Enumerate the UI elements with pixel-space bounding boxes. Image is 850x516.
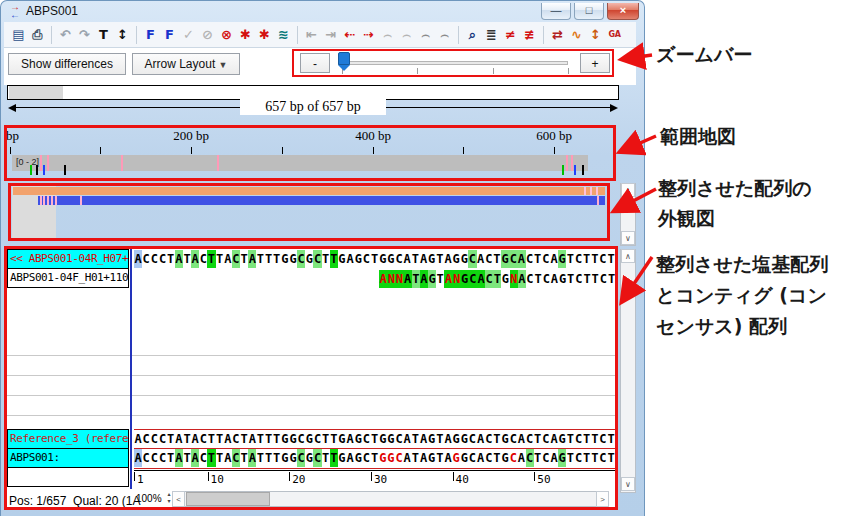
- base[interactable]: G: [428, 270, 436, 288]
- base[interactable]: C: [468, 250, 476, 268]
- base[interactable]: G: [354, 250, 362, 268]
- base[interactable]: A: [444, 430, 452, 448]
- base[interactable]: A: [403, 250, 411, 268]
- base[interactable]: G: [354, 430, 362, 448]
- hscrollbar-thumb[interactable]: [186, 492, 270, 506]
- base[interactable]: T: [567, 270, 575, 288]
- base[interactable]: C: [150, 449, 158, 467]
- arc-up-left-icon[interactable]: ⌢: [378, 27, 397, 43]
- base[interactable]: A: [403, 430, 411, 448]
- base[interactable]: T: [330, 449, 338, 467]
- chromatogram-icon[interactable]: ∿: [567, 27, 586, 42]
- base[interactable]: C: [574, 430, 582, 448]
- scroll-right-icon[interactable]: >: [596, 491, 609, 507]
- next-diff-icon[interactable]: ⇢: [359, 27, 378, 42]
- base[interactable]: T: [322, 449, 330, 467]
- base[interactable]: G: [460, 430, 468, 448]
- base[interactable]: A: [224, 250, 232, 268]
- base[interactable]: T: [183, 449, 191, 467]
- base[interactable]: G: [281, 250, 289, 268]
- base[interactable]: A: [517, 449, 525, 467]
- base[interactable]: T: [256, 430, 264, 448]
- base[interactable]: T: [493, 250, 501, 268]
- base[interactable]: T: [566, 250, 574, 268]
- scroll-left-icon[interactable]: <: [172, 491, 185, 507]
- reverse-read-icon[interactable]: F: [141, 27, 160, 42]
- base[interactable]: T: [207, 250, 215, 268]
- base[interactable]: C: [468, 449, 476, 467]
- base[interactable]: C: [599, 449, 607, 467]
- forward-read-icon[interactable]: F: [160, 27, 179, 42]
- base[interactable]: T: [240, 449, 248, 467]
- base[interactable]: C: [142, 250, 150, 268]
- base[interactable]: T: [240, 430, 248, 448]
- base[interactable]: G: [501, 270, 509, 288]
- arc-up-right-icon[interactable]: ⌢: [397, 27, 416, 43]
- alignment-scrollbar[interactable]: [620, 249, 636, 493]
- base[interactable]: G: [379, 430, 387, 448]
- scroll-down-icon[interactable]: ∨: [621, 231, 635, 245]
- base[interactable]: G: [428, 250, 436, 268]
- base[interactable]: C: [542, 250, 550, 268]
- base[interactable]: T: [322, 430, 330, 448]
- base[interactable]: A: [175, 430, 183, 448]
- base[interactable]: N: [387, 270, 395, 288]
- zoom-slider-track[interactable]: [338, 61, 568, 65]
- base[interactable]: G: [501, 449, 509, 467]
- read-name-1[interactable]: << ABPS001-04R_H07+: [7, 249, 129, 269]
- base[interactable]: C: [313, 449, 321, 467]
- base[interactable]: T: [534, 250, 542, 268]
- base[interactable]: T: [265, 449, 273, 467]
- base[interactable]: C: [362, 250, 370, 268]
- base[interactable]: T: [583, 430, 591, 448]
- base[interactable]: C: [232, 449, 240, 467]
- base[interactable]: C: [509, 430, 517, 448]
- base[interactable]: G: [305, 449, 313, 467]
- base[interactable]: A: [346, 250, 354, 268]
- base[interactable]: C: [526, 449, 534, 467]
- base[interactable]: A: [175, 250, 183, 268]
- base[interactable]: C: [199, 449, 207, 467]
- base[interactable]: N: [510, 270, 518, 288]
- base[interactable]: T: [607, 250, 615, 268]
- base[interactable]: C: [599, 270, 607, 288]
- base[interactable]: A: [175, 449, 183, 467]
- base[interactable]: G: [289, 430, 297, 448]
- base[interactable]: C: [469, 270, 477, 288]
- base[interactable]: G: [461, 270, 469, 288]
- base[interactable]: T: [167, 250, 175, 268]
- base[interactable]: C: [150, 250, 158, 268]
- base[interactable]: C: [468, 430, 476, 448]
- base[interactable]: T: [436, 449, 444, 467]
- base[interactable]: C: [313, 430, 321, 448]
- base[interactable]: T: [591, 270, 599, 288]
- base[interactable]: C: [297, 430, 305, 448]
- base[interactable]: T: [583, 449, 591, 467]
- base[interactable]: C: [575, 270, 583, 288]
- arc-wide-left-icon[interactable]: ⌢: [416, 27, 435, 43]
- base[interactable]: A: [477, 430, 485, 448]
- base[interactable]: C: [158, 430, 166, 448]
- scroll-up-icon[interactable]: ∧: [621, 249, 635, 263]
- redo-icon[interactable]: ↷: [75, 27, 94, 42]
- base[interactable]: G: [501, 250, 509, 268]
- base[interactable]: C: [542, 270, 550, 288]
- base[interactable]: T: [256, 449, 264, 467]
- base[interactable]: A: [550, 449, 558, 467]
- base[interactable]: C: [199, 250, 207, 268]
- base[interactable]: C: [485, 430, 493, 448]
- base[interactable]: C: [395, 430, 403, 448]
- base[interactable]: G: [281, 449, 289, 467]
- base[interactable]: A: [420, 270, 428, 288]
- base[interactable]: A: [477, 270, 485, 288]
- base[interactable]: C: [158, 250, 166, 268]
- base[interactable]: C: [526, 430, 534, 448]
- base[interactable]: A: [134, 430, 142, 448]
- base[interactable]: T: [436, 270, 444, 288]
- trace-height-icon[interactable]: ↕: [586, 27, 605, 42]
- base[interactable]: T: [591, 250, 599, 268]
- block-icon[interactable]: ⊘: [198, 27, 217, 42]
- show-differences-button[interactable]: Show differences: [8, 53, 126, 75]
- base[interactable]: C: [313, 250, 321, 268]
- base[interactable]: A: [518, 270, 526, 288]
